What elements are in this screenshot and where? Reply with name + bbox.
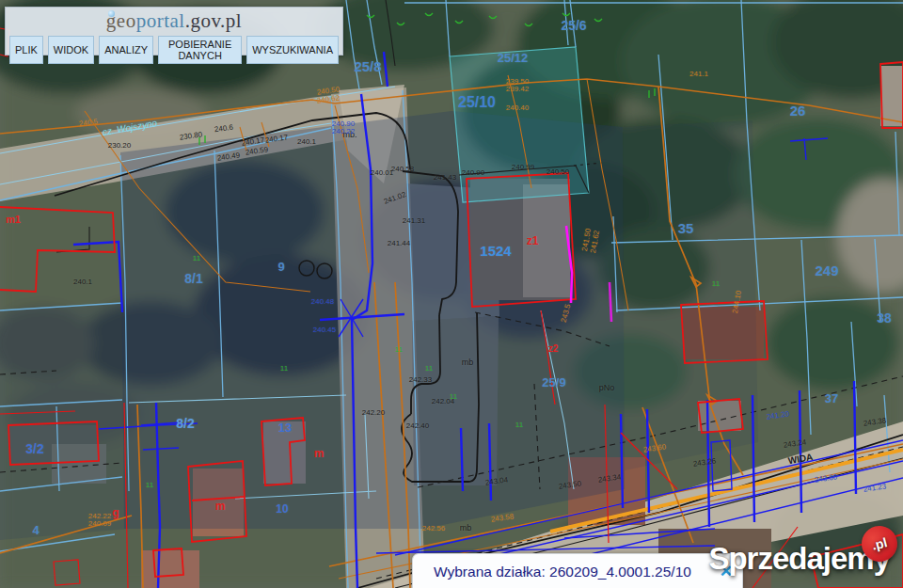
menu-item-plik[interactable]: PLIK: [9, 36, 43, 64]
header-panel: geoportal.gov.pl PLIK WIDOK ANALIZY POBI…: [5, 7, 343, 56]
selected-parcel-label: Wybrana działka: 260209_4.0001.25/10: [413, 564, 691, 580]
sprzedajemy-watermark: Sprzedajemy .pl: [708, 541, 890, 577]
selected-parcel-bar: Wybrana działka: 260209_4.0001.25/10 ✕: [412, 553, 743, 588]
menu-item-analizy[interactable]: ANALIZY: [99, 36, 153, 64]
logo-part-govpl: .gov.pl: [185, 9, 242, 32]
menu-item-widok[interactable]: WIDOK: [48, 36, 94, 64]
logo-globe-dot: [108, 10, 115, 17]
menu-bar: PLIK WIDOK ANALIZY POBIERANIE DANYCH WYS…: [6, 34, 342, 66]
menu-item-pobieranie-danych[interactable]: POBIERANIE DANYCH: [158, 36, 242, 64]
map-view[interactable]: 25/825/1225/625/10263524938378/198/23/24…: [0, 0, 903, 588]
menu-item-wyszukiwania[interactable]: WYSZUKIWANIA: [246, 36, 339, 64]
geoportal-logo: geoportal.gov.pl: [6, 8, 342, 34]
map-canvas: [0, 0, 903, 588]
geoportal-app: 25/825/1225/625/10263524938378/198/23/24…: [0, 0, 903, 588]
logo-part-portal: portal: [136, 9, 185, 32]
